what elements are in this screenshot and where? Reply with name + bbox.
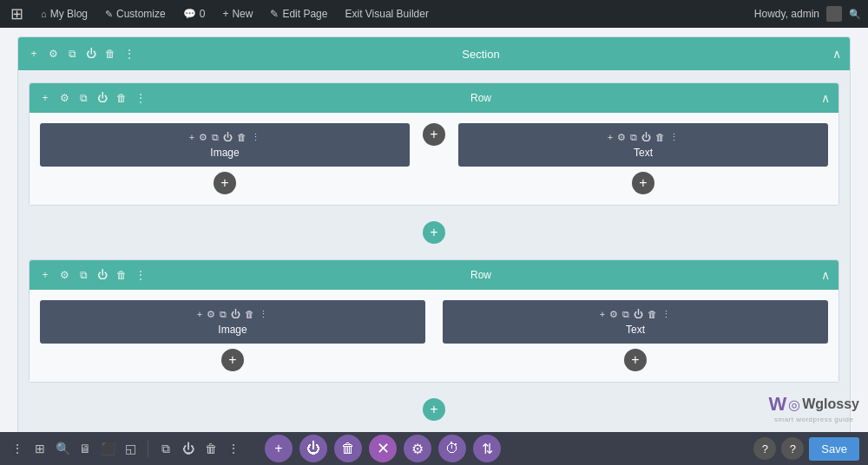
toolbar-delete2[interactable]: 🗑 xyxy=(202,442,220,455)
row1-add-icon[interactable]: + xyxy=(38,92,52,104)
row1-delete-icon[interactable]: 🗑 xyxy=(115,92,128,104)
txt1-settings[interactable]: ⚙ xyxy=(617,132,626,143)
row2-text-module: + ⚙ ⧉ ⏻ 🗑 ⋮ Text xyxy=(443,300,828,344)
row1-center-add-btn[interactable]: + xyxy=(423,123,445,146)
save-button[interactable]: Save xyxy=(809,437,859,461)
row1-settings-icon[interactable]: ⚙ xyxy=(57,92,71,104)
avatar[interactable] xyxy=(826,6,842,22)
img1-power[interactable]: ⏻ xyxy=(223,132,233,143)
customize-link[interactable]: ✎ Customize xyxy=(102,8,169,20)
wp-logo[interactable]: ⊞ xyxy=(7,4,27,23)
toolbar-purple-actions: + ⏻ 🗑 ✕ ⚙ ⏱ ⇅ xyxy=(265,435,501,462)
img2-duplicate[interactable]: ⧉ xyxy=(220,309,227,320)
logo-w: W xyxy=(768,393,786,416)
logo-text: Wglossy xyxy=(802,396,859,412)
toolbar-power-btn[interactable]: ⏻ xyxy=(299,435,327,462)
txt2-delete[interactable]: 🗑 xyxy=(648,309,657,320)
toolbar-help-icon[interactable]: ? xyxy=(781,437,804,460)
section-delete-icon[interactable]: 🗑 xyxy=(103,48,117,60)
section-duplicate-icon[interactable]: ⧉ xyxy=(65,48,79,60)
toolbar-search-icon[interactable]: ? xyxy=(753,437,776,460)
txt1-delete[interactable]: 🗑 xyxy=(655,132,665,143)
img1-add[interactable]: + xyxy=(189,132,194,143)
row2-bottom-add1: + xyxy=(22,390,846,429)
my-blog-link[interactable]: ⌂ My Blog xyxy=(37,8,91,20)
section-more-icon[interactable]: ⋮ xyxy=(122,48,136,60)
img1-settings[interactable]: ⚙ xyxy=(199,132,207,143)
toolbar-duplicate2[interactable]: ⧉ xyxy=(157,442,174,456)
txt2-more[interactable]: ⋮ xyxy=(661,309,671,320)
new-link[interactable]: + New xyxy=(219,8,256,20)
toolbar-trash-btn[interactable]: 🗑 xyxy=(334,435,362,462)
img2-power[interactable]: ⏻ xyxy=(231,309,240,320)
toolbar-grid[interactable]: ⊞ xyxy=(31,442,49,455)
toolbar-desktop[interactable]: 🖥 xyxy=(76,442,94,455)
row2-image-controls: + ⚙ ⧉ ⏻ 🗑 ⋮ xyxy=(197,309,268,320)
toolbar-dots[interactable]: ⋮ xyxy=(9,442,26,455)
toolbar-divider xyxy=(148,440,148,457)
new-label: New xyxy=(232,8,253,20)
row2-col2-add-btn[interactable]: + xyxy=(624,349,647,371)
text-module-label: Text xyxy=(634,147,653,159)
row2-more-icon[interactable]: ⋮ xyxy=(134,269,148,281)
txt2-duplicate[interactable]: ⧉ xyxy=(622,309,629,320)
row2-text-label: Text xyxy=(626,324,645,336)
txt1-power[interactable]: ⏻ xyxy=(641,132,651,143)
toolbar-close-btn[interactable]: ✕ xyxy=(369,435,397,462)
row2-power-icon[interactable]: ⏻ xyxy=(95,269,109,281)
row2-col1-add-btn[interactable]: + xyxy=(221,349,244,371)
exit-builder-link[interactable]: Exit Visual Builder xyxy=(341,8,432,20)
section-1-collapse[interactable]: ∧ xyxy=(832,47,841,61)
img2-settings[interactable]: ⚙ xyxy=(207,309,215,320)
txt2-settings[interactable]: ⚙ xyxy=(609,309,618,320)
row1-col2-add-btn[interactable]: + xyxy=(632,172,654,194)
img1-delete[interactable]: 🗑 xyxy=(237,132,247,143)
row2-col1: + ⚙ ⧉ ⏻ 🗑 ⋮ Image + xyxy=(40,300,425,371)
row-2-title: Row xyxy=(148,269,814,281)
row1-bottom-add: + xyxy=(22,213,846,252)
txt1-more[interactable]: ⋮ xyxy=(669,132,679,143)
edit-page-link[interactable]: ✎ Edit Page xyxy=(266,8,331,20)
row1-more-icon[interactable]: ⋮ xyxy=(134,92,148,104)
comments-link[interactable]: 💬 0 xyxy=(180,8,209,20)
toolbar-add-btn[interactable]: + xyxy=(265,435,293,462)
img2-more[interactable]: ⋮ xyxy=(259,309,268,320)
img2-delete[interactable]: 🗑 xyxy=(245,309,254,320)
bottom-toolbar: ⋮ ⊞ 🔍 🖥 ⬛ ◱ ⧉ ⏻ 🗑 ⋮ + ⏻ 🗑 ✕ ⚙ ⏱ ⇅ ? ? Sa… xyxy=(0,432,868,465)
row-2-body: + ⚙ ⧉ ⏻ 🗑 ⋮ Image + xyxy=(30,290,838,382)
row-2-collapse[interactable]: ∧ xyxy=(821,268,830,282)
txt1-add[interactable]: + xyxy=(608,132,613,143)
toolbar-mobile[interactable]: ◱ xyxy=(122,442,139,455)
toolbar-bars-btn[interactable]: ⇅ xyxy=(473,435,501,462)
toolbar-clock-btn[interactable]: ⏱ xyxy=(438,435,466,462)
txt2-power[interactable]: ⏻ xyxy=(634,309,643,320)
section-power-icon[interactable]: ⏻ xyxy=(84,48,98,60)
img2-add[interactable]: + xyxy=(197,309,202,320)
row2-delete-icon[interactable]: 🗑 xyxy=(115,269,128,281)
img1-duplicate[interactable]: ⧉ xyxy=(212,132,219,143)
txt1-duplicate[interactable]: ⧉ xyxy=(630,132,637,143)
section-add-icon[interactable]: + xyxy=(27,48,41,60)
comments-count: 0 xyxy=(200,8,206,20)
img1-more[interactable]: ⋮ xyxy=(251,132,260,143)
row1-duplicate-icon[interactable]: ⧉ xyxy=(76,92,90,104)
row-1-collapse[interactable]: ∧ xyxy=(821,91,830,105)
section-settings-icon[interactable]: ⚙ xyxy=(46,48,60,60)
toolbar-search[interactable]: 🔍 xyxy=(54,442,71,455)
row1-image-controls: + ⚙ ⧉ ⏻ 🗑 ⋮ xyxy=(189,132,260,143)
toolbar-tablet[interactable]: ⬛ xyxy=(99,442,116,455)
row2-settings-icon[interactable]: ⚙ xyxy=(57,269,71,281)
row1-bottom-add-btn[interactable]: + xyxy=(423,221,445,244)
row2-duplicate-icon[interactable]: ⧉ xyxy=(76,269,90,281)
row1-col1-add-btn[interactable]: + xyxy=(214,172,236,194)
section-1-controls: + ⚙ ⧉ ⏻ 🗑 ⋮ xyxy=(27,48,136,60)
section-1: + ⚙ ⧉ ⏻ 🗑 ⋮ Section ∧ + ⚙ ⧉ ⏻ 🗑 xyxy=(17,36,851,465)
row-2: + ⚙ ⧉ ⏻ 🗑 ⋮ Row ∧ + xyxy=(29,259,839,383)
toolbar-more2[interactable]: ⋮ xyxy=(225,442,242,455)
row1-power-icon[interactable]: ⏻ xyxy=(95,92,109,104)
txt2-add[interactable]: + xyxy=(600,309,605,320)
toolbar-settings-btn[interactable]: ⚙ xyxy=(404,435,431,462)
row2-add-icon[interactable]: + xyxy=(38,269,52,281)
row2-bottom-add-btn1[interactable]: + xyxy=(423,398,445,421)
toolbar-power2[interactable]: ⏻ xyxy=(180,442,197,455)
